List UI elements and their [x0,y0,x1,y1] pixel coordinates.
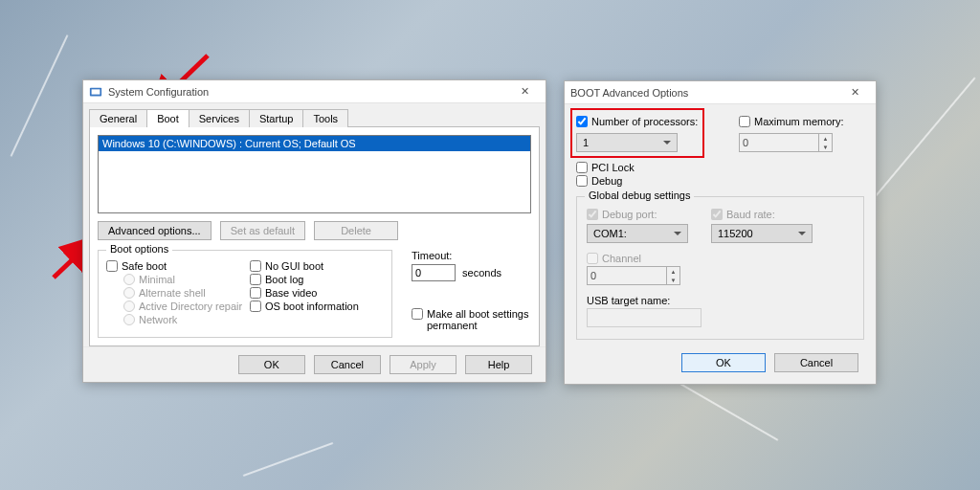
make-permanent-checkbox[interactable]: Make all boot settings permanent [412,308,531,331]
safe-boot-checkbox[interactable]: Safe boot [106,260,250,272]
spin-up-icon: ▲ [667,267,679,276]
cancel-button[interactable]: Cancel [774,353,858,372]
usb-target-input [587,308,702,327]
usb-target-label: USB target name: [587,295,854,306]
window-title: System Configuration [108,86,509,98]
ad-repair-radio: Active Directory repair [123,301,250,312]
base-video-checkbox[interactable]: Base video [250,287,384,299]
close-icon: ✕ [851,86,859,99]
debug-port-checkbox: Debug port: [587,209,688,220]
close-button[interactable]: ✕ [509,80,540,103]
spin-down-icon[interactable]: ▼ [819,143,832,151]
msconfig-icon [89,85,102,99]
os-list[interactable]: Windows 10 (C:\WINDOWS) : Current OS; De… [98,135,531,213]
boot-options-legend: Boot options [106,243,172,255]
boot-advanced-options-window: BOOT Advanced Options ✕ Number of proces… [564,80,877,385]
minimal-radio: Minimal [123,274,250,285]
spin-up-icon[interactable]: ▲ [819,134,832,143]
timeout-label: Timeout: [412,250,531,261]
tab-general[interactable]: General [89,109,147,127]
no-gui-boot-checkbox[interactable]: No GUI boot [250,260,384,272]
num-processors-dropdown[interactable]: 1 [576,133,678,152]
apply-button: Apply [390,355,457,374]
num-processors-checkbox[interactable]: Number of processors: [576,116,710,127]
tab-startup[interactable]: Startup [249,109,303,127]
cancel-button[interactable]: Cancel [314,355,381,374]
ok-button[interactable]: OK [681,353,766,372]
tab-boot[interactable]: Boot [146,109,189,127]
spin-down-icon: ▼ [667,276,679,284]
help-button[interactable]: Help [465,355,532,374]
window-title: BOOT Advanced Options [570,87,839,99]
tabs: General Boot Services Startup Tools [89,109,540,127]
max-memory-checkbox[interactable]: Maximum memory: [739,116,844,127]
os-list-item[interactable]: Windows 10 (C:\WINDOWS) : Current OS; De… [99,136,530,151]
global-debug-settings-group: Global debug settings Debug port: COM1: … [576,196,864,340]
channel-spinner: ▲▼ [587,266,680,285]
tab-tools[interactable]: Tools [302,109,348,127]
close-button[interactable]: ✕ [839,81,870,104]
max-memory-spinner[interactable]: ▲▼ [739,133,833,152]
timeout-input[interactable] [412,264,456,281]
set-as-default-button: Set as default [220,221,305,240]
baud-rate-dropdown: 115200 [711,224,813,243]
baud-rate-checkbox: Baud rate: [711,209,813,220]
global-debug-legend: Global debug settings [585,189,694,201]
pci-lock-checkbox[interactable]: PCI Lock [576,162,864,173]
channel-checkbox: Channel [587,253,854,264]
boot-log-checkbox[interactable]: Boot log [250,274,384,285]
advanced-options-button[interactable]: Advanced options... [98,221,212,240]
network-radio: Network [123,314,250,325]
debug-checkbox[interactable]: Debug [576,175,864,187]
tab-services[interactable]: Services [189,109,250,127]
svg-rect-3 [92,89,100,94]
close-icon: ✕ [521,85,529,98]
ok-button[interactable]: OK [238,355,305,374]
os-boot-info-checkbox[interactable]: OS boot information [250,301,384,312]
timeout-unit: seconds [462,267,501,278]
delete-button: Delete [314,221,398,240]
alternate-shell-radio: Alternate shell [123,287,250,299]
system-configuration-window: System Configuration ✕ General Boot Serv… [82,79,546,383]
debug-port-dropdown: COM1: [587,224,688,243]
